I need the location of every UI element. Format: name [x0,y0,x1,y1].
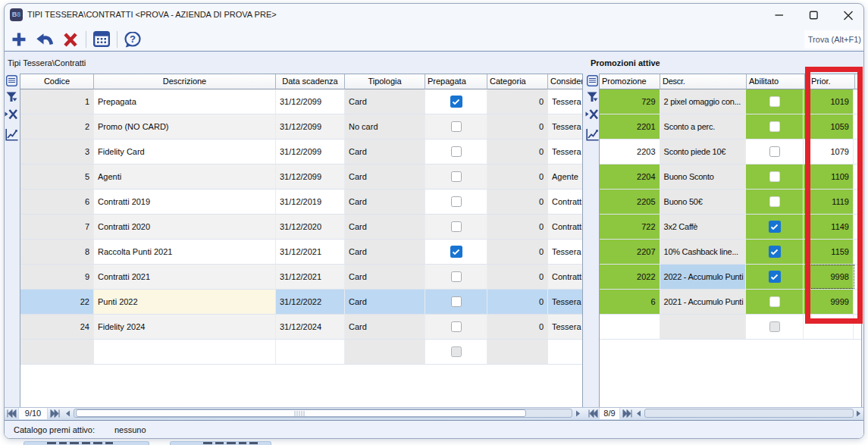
svg-text:?: ? [130,33,136,45]
